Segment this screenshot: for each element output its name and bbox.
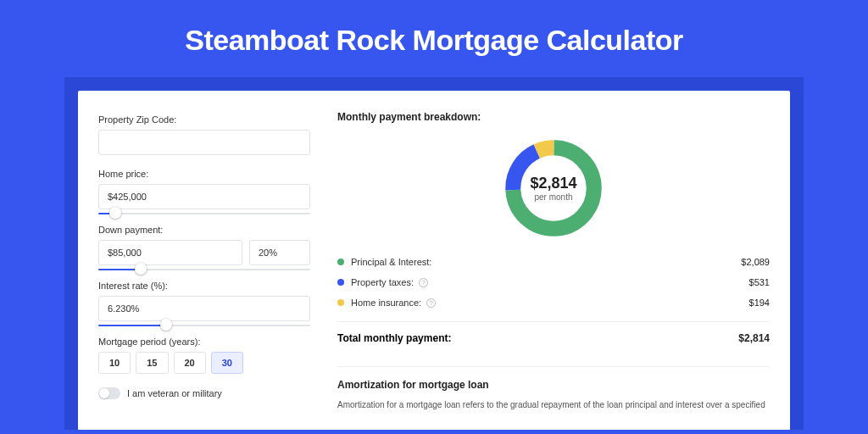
legend: Principal & Interest: $2,089 Property ta…	[337, 257, 770, 344]
info-icon[interactable]: ?	[426, 298, 436, 308]
slider-thumb[interactable]	[160, 319, 172, 331]
legend-value: $194	[749, 298, 770, 308]
total-value: $2,814	[738, 332, 770, 344]
home-price-label: Home price:	[98, 169, 310, 179]
info-icon[interactable]: ?	[419, 278, 428, 287]
donut-center: $2,814 per month	[500, 135, 607, 242]
amortization-section: Amortization for mortgage loan Amortizat…	[337, 366, 770, 411]
breakdown-title: Monthly payment breakdown:	[337, 111, 770, 123]
legend-row-insurance: Home insurance: ? $194	[337, 298, 770, 308]
veteran-toggle[interactable]	[98, 387, 120, 399]
slider-fill	[98, 325, 166, 326]
toggle-knob	[99, 388, 109, 398]
period-option-30[interactable]: 30	[211, 352, 243, 374]
legend-value: $531	[749, 277, 770, 287]
donut-chart: $2,814 per month	[500, 135, 607, 242]
interest-rate-slider[interactable]	[98, 320, 310, 331]
interest-rate-label: Interest rate (%):	[98, 281, 310, 291]
swatch-insurance	[337, 299, 344, 306]
veteran-toggle-label: I am veteran or military	[127, 388, 222, 398]
swatch-principal	[337, 259, 344, 265]
period-option-10[interactable]: 10	[98, 352, 131, 374]
calculator-card: Property Zip Code: Home price: Down paym…	[78, 91, 790, 430]
slider-thumb[interactable]	[109, 207, 121, 219]
mortgage-period-group: 10 15 20 30	[98, 352, 310, 374]
period-option-20[interactable]: 20	[174, 352, 206, 374]
donut-center-sub: per month	[534, 192, 572, 202]
legend-row-total: Total monthly payment: $2,814	[337, 321, 770, 344]
legend-label: Property taxes:	[351, 277, 414, 287]
page-title: Steamboat Rock Mortgage Calculator	[0, 0, 868, 77]
donut-center-amount: $2,814	[530, 175, 576, 192]
down-payment-percent-input[interactable]	[249, 240, 310, 265]
down-payment-label: Down payment:	[98, 225, 310, 235]
legend-label: Principal & Interest:	[351, 257, 431, 267]
legend-row-taxes: Property taxes: ? $531	[337, 277, 770, 287]
results-column: Monthly payment breakdown: $2,814 per mo…	[337, 111, 770, 430]
mortgage-period-label: Mortgage period (years):	[98, 337, 310, 347]
amortization-title: Amortization for mortgage loan	[337, 379, 770, 391]
swatch-taxes	[337, 279, 344, 286]
period-option-15[interactable]: 15	[136, 352, 168, 374]
home-price-slider[interactable]	[98, 208, 310, 220]
interest-rate-input[interactable]	[98, 296, 310, 321]
slider-thumb[interactable]	[135, 263, 147, 275]
inputs-column: Property Zip Code: Home price: Down paym…	[98, 111, 310, 430]
legend-row-principal: Principal & Interest: $2,089	[337, 257, 770, 267]
legend-label: Home insurance:	[351, 298, 421, 308]
total-label: Total monthly payment:	[337, 332, 451, 344]
down-payment-amount-input[interactable]	[98, 240, 242, 265]
amortization-body: Amortization for a mortgage loan refers …	[337, 399, 770, 411]
donut-chart-wrap: $2,814 per month	[337, 135, 770, 242]
veteran-toggle-row: I am veteran or military	[98, 387, 310, 399]
legend-value: $2,089	[741, 257, 770, 267]
zip-input[interactable]	[98, 130, 310, 155]
zip-label: Property Zip Code:	[98, 114, 310, 125]
calculator-card-frame: Property Zip Code: Home price: Down paym…	[64, 77, 804, 430]
home-price-input[interactable]	[98, 184, 310, 209]
down-payment-slider[interactable]	[98, 264, 310, 275]
